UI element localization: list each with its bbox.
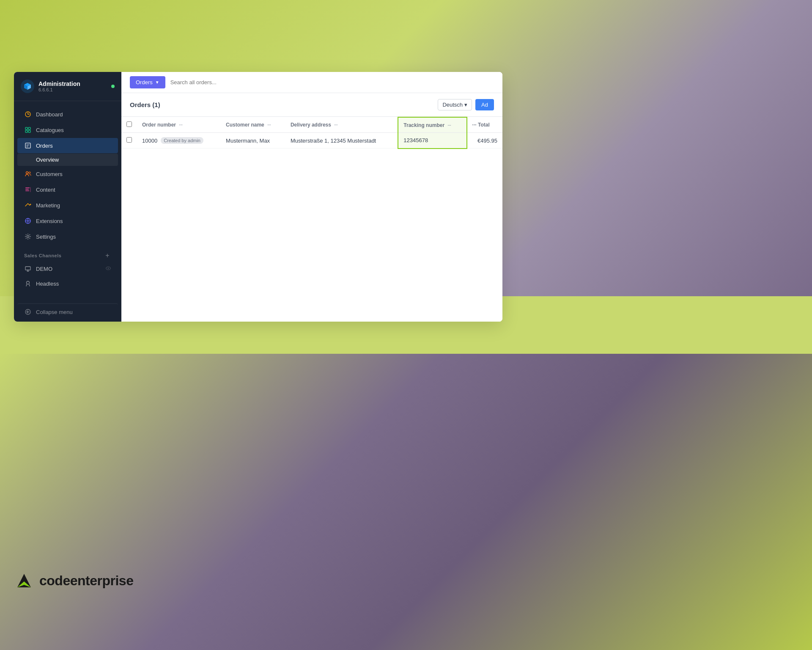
svg-point-13 (30, 204, 31, 205)
logo-icon (14, 570, 34, 591)
sidebar-item-marketing[interactable]: Marketing (17, 198, 118, 213)
col-tracking-number: Tracking number ··· (398, 117, 466, 133)
marketing-icon (24, 201, 32, 209)
order-number-cell: 10000 Created by admin (142, 137, 216, 144)
extensions-icon (24, 217, 32, 225)
lang-chevron-icon: ▾ (464, 102, 467, 108)
sidebar-item-headless[interactable]: Headless (17, 276, 118, 291)
orders-title: Orders (1) (130, 101, 160, 108)
svg-point-18 (108, 267, 109, 269)
orders-overview-label: Overview (36, 157, 59, 163)
sidebar-item-catalogues[interactable]: Catalogues (17, 122, 118, 138)
sidebar-item-demo[interactable]: DEMO (17, 262, 118, 276)
customers-label: Customers (36, 171, 63, 177)
chevron-down-icon: ▼ (155, 80, 159, 85)
svg-point-19 (27, 281, 30, 284)
svg-point-15 (27, 236, 29, 238)
orders-dropdown-button[interactable]: Orders ▼ (130, 76, 165, 88)
dashboard-label: Dashboard (36, 111, 63, 118)
svg-point-7 (26, 172, 28, 174)
add-order-button[interactable]: Ad (475, 99, 494, 110)
content-label: Content (36, 187, 55, 193)
sidebar-item-orders-overview[interactable]: Overview (17, 154, 118, 166)
col-dots-customer: ··· (267, 123, 271, 127)
svg-rect-11 (25, 190, 29, 191)
demo-icon (24, 265, 32, 273)
svg-rect-12 (30, 187, 31, 192)
settings-label: Settings (36, 234, 56, 240)
svg-marker-21 (17, 574, 31, 587)
svg-rect-3 (28, 127, 30, 129)
eye-icon[interactable] (105, 265, 111, 273)
sidebar-header: Administration 6.6.6.1 (14, 72, 121, 101)
main-content: Orders ▼ Orders (1) Deutsch ▾ Ad (121, 72, 502, 322)
lang-select-group: Deutsch ▾ Ad (438, 99, 494, 110)
svg-rect-10 (25, 189, 29, 190)
catalogues-icon (24, 126, 32, 134)
row-checkbox[interactable] (126, 137, 132, 143)
order-badge: Created by admin (161, 137, 203, 144)
logo-text: codeenterprise (39, 573, 133, 589)
orders-icon (24, 142, 32, 149)
col-dots-delivery: ··· (334, 123, 337, 127)
tracking-number-cell: 12345678 (398, 133, 466, 149)
sidebar-item-dashboard[interactable]: Dashboard (17, 107, 118, 122)
sales-channels-header: Sales Channels + (17, 248, 118, 261)
svg-point-8 (29, 172, 30, 174)
catalogues-label: Catalogues (36, 127, 64, 133)
sidebar-nav: Dashboard Catalogues (14, 101, 121, 302)
orders-table: Order number ··· Customer name ··· Deliv… (121, 117, 502, 149)
sidebar-item-customers[interactable]: Customers (17, 166, 118, 182)
total-cell: €495.95 (467, 133, 502, 149)
orders-header: Orders (1) Deutsch ▾ Ad (121, 93, 502, 117)
extensions-label: Extensions (36, 218, 63, 224)
customers-icon (24, 170, 32, 178)
app-version: 6.6.6.1 (38, 87, 80, 92)
dashboard-icon (24, 110, 32, 118)
collapse-menu-label: Collapse menu (36, 309, 73, 315)
col-delivery-address: Delivery address ··· (285, 117, 398, 133)
col-total: ··· Total (467, 117, 502, 133)
col-customer-name: Customer name ··· (221, 117, 285, 133)
select-all-checkbox[interactable] (126, 121, 132, 127)
headless-icon (24, 280, 32, 287)
language-value: Deutsch (442, 102, 463, 108)
col-order-number: Order number ··· (137, 117, 221, 133)
orders-dropdown-label: Orders (136, 79, 153, 85)
sidebar-item-orders[interactable]: Orders (17, 138, 118, 153)
svg-rect-9 (25, 187, 30, 188)
svg-rect-16 (25, 267, 30, 270)
status-dot (111, 85, 115, 88)
col-dots-total: ··· (472, 122, 477, 128)
col-dots-order: ··· (179, 123, 182, 127)
table-row: 10000 Created by admin Mustermann, Max M… (121, 133, 502, 149)
svg-rect-4 (25, 130, 27, 132)
add-sales-channel-button[interactable]: + (104, 252, 111, 259)
sidebar-item-settings[interactable]: Settings (17, 229, 118, 244)
content-icon (24, 186, 32, 193)
sidebar-item-content[interactable]: Content (17, 182, 118, 197)
footer-logo: codeenterprise (14, 570, 133, 591)
search-input[interactable] (170, 79, 494, 85)
collapse-menu-button[interactable]: Collapse menu (17, 303, 118, 320)
collapse-icon (24, 308, 32, 316)
svg-rect-5 (28, 130, 30, 132)
orders-area: Orders (1) Deutsch ▾ Ad (121, 93, 502, 322)
delivery-address-cell: Musterstraße 1, 12345 Musterstadt (285, 133, 398, 149)
svg-rect-2 (25, 127, 27, 129)
marketing-label: Marketing (36, 202, 60, 209)
customer-name-cell: Mustermann, Max (221, 133, 285, 149)
app-name: Administration (38, 80, 80, 88)
sidebar-title-group: Administration 6.6.6.1 (38, 80, 80, 93)
sidebar: Administration 6.6.6.1 Dashboard (14, 72, 121, 322)
sales-channels-label: Sales Channels (24, 253, 61, 258)
orders-label: Orders (36, 143, 53, 149)
app-logo (21, 80, 34, 93)
language-select[interactable]: Deutsch ▾ (438, 99, 472, 110)
demo-label: DEMO (36, 266, 52, 272)
order-number: 10000 (142, 138, 157, 144)
sidebar-item-extensions[interactable]: Extensions (17, 213, 118, 229)
bg-bottom (0, 354, 812, 650)
settings-icon (24, 233, 32, 240)
col-dots-tracking: ··· (447, 123, 451, 128)
